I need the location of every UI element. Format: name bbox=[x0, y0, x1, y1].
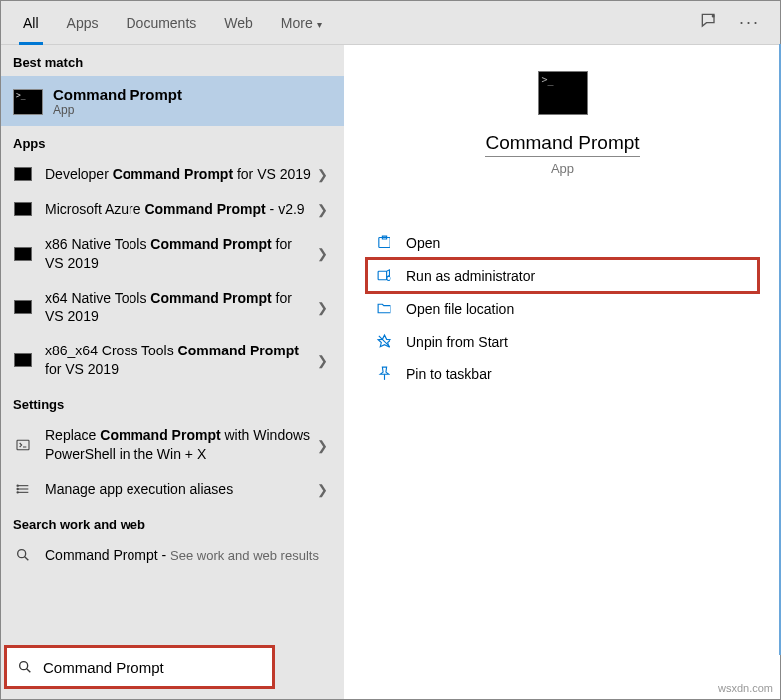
section-best-match: Best match bbox=[1, 45, 344, 76]
admin-icon bbox=[373, 267, 394, 284]
best-match-subtitle: App bbox=[53, 103, 182, 117]
action-folder[interactable]: Open file location bbox=[367, 292, 758, 325]
feedback-icon[interactable] bbox=[699, 11, 719, 35]
section-apps: Apps bbox=[1, 126, 344, 157]
apps-result-item[interactable]: Microsoft Azure Command Prompt - v2.9 ❯ bbox=[1, 192, 344, 227]
svg-point-15 bbox=[20, 662, 28, 670]
settings-result-item[interactable]: Manage app execution aliases ❯ bbox=[1, 472, 344, 507]
open-icon bbox=[373, 234, 394, 251]
more-options-icon[interactable]: ··· bbox=[739, 12, 760, 33]
web-result-text: Command Prompt - See work and web result… bbox=[45, 546, 332, 565]
action-admin[interactable]: Run as administrator bbox=[367, 259, 758, 292]
command-prompt-icon bbox=[13, 246, 33, 262]
apps-result-item[interactable]: Developer Command Prompt for VS 2019 ❯ bbox=[1, 157, 344, 192]
result-text: x86_x64 Cross Tools Command Prompt for V… bbox=[45, 342, 313, 379]
tab-all[interactable]: All bbox=[9, 1, 53, 45]
chevron-right-icon[interactable]: ❯ bbox=[313, 482, 332, 497]
best-match-title: Command Prompt bbox=[53, 86, 182, 103]
apps-result-item[interactable]: x86_x64 Cross Tools Command Prompt for V… bbox=[1, 334, 344, 387]
preview-subtitle: App bbox=[551, 161, 574, 176]
chevron-down-icon: ▾ bbox=[317, 19, 322, 30]
unpin-icon bbox=[373, 333, 394, 350]
tab-apps[interactable]: Apps bbox=[53, 1, 113, 45]
action-label: Run as administrator bbox=[406, 268, 535, 284]
command-prompt-icon bbox=[13, 89, 43, 115]
svg-line-16 bbox=[27, 669, 31, 673]
action-pin[interactable]: Pin to taskbar bbox=[367, 357, 758, 390]
action-open[interactable]: Open bbox=[367, 226, 758, 259]
search-icon bbox=[17, 659, 33, 675]
svg-rect-1 bbox=[17, 440, 29, 449]
result-text: x64 Native Tools Command Prompt for VS 2… bbox=[45, 289, 313, 327]
command-prompt-icon bbox=[13, 166, 33, 182]
apps-result-item[interactable]: x64 Native Tools Command Prompt for VS 2… bbox=[1, 281, 344, 335]
command-prompt-icon bbox=[13, 299, 33, 315]
svg-point-8 bbox=[18, 550, 26, 558]
svg-line-9 bbox=[25, 557, 29, 561]
tab-web[interactable]: Web bbox=[210, 1, 267, 45]
result-text: Manage app execution aliases bbox=[45, 480, 313, 499]
action-label: Open file location bbox=[406, 301, 514, 317]
preview-title[interactable]: Command Prompt bbox=[485, 132, 639, 157]
action-label: Unpin from Start bbox=[406, 334, 508, 350]
search-box[interactable] bbox=[4, 645, 275, 689]
result-text: Developer Command Prompt for VS 2019 bbox=[45, 165, 313, 184]
chevron-right-icon[interactable]: ❯ bbox=[313, 353, 332, 368]
result-text: x86 Native Tools Command Prompt for VS 2… bbox=[45, 235, 313, 273]
preview-panel: Command Prompt App OpenRun as administra… bbox=[344, 45, 780, 699]
action-unpin[interactable]: Unpin from Start bbox=[367, 325, 758, 357]
watermark: wsxdn.com bbox=[718, 682, 773, 694]
command-prompt-icon bbox=[13, 201, 33, 217]
settings-result-item[interactable]: Replace Command Prompt with Windows Powe… bbox=[1, 418, 344, 472]
powershell-icon bbox=[13, 437, 33, 453]
svg-point-0 bbox=[712, 15, 714, 17]
tab-more[interactable]: More▾ bbox=[267, 1, 336, 45]
chevron-right-icon[interactable]: ❯ bbox=[313, 202, 332, 217]
result-text: Replace Command Prompt with Windows Powe… bbox=[45, 426, 313, 464]
result-text: Microsoft Azure Command Prompt - v2.9 bbox=[45, 200, 313, 219]
filter-tabs: All Apps Documents Web More▾ ··· bbox=[1, 1, 780, 45]
search-input[interactable] bbox=[43, 659, 262, 676]
apps-result-item[interactable]: x86 Native Tools Command Prompt for VS 2… bbox=[1, 227, 344, 281]
search-icon bbox=[13, 547, 33, 563]
chevron-right-icon[interactable]: ❯ bbox=[313, 246, 332, 261]
aliases-icon bbox=[13, 481, 33, 497]
chevron-right-icon[interactable]: ❯ bbox=[313, 300, 332, 315]
web-result-item[interactable]: Command Prompt - See work and web result… bbox=[1, 538, 344, 573]
tab-documents[interactable]: Documents bbox=[112, 1, 210, 45]
pin-icon bbox=[373, 365, 394, 382]
preview-app-icon bbox=[538, 71, 588, 115]
action-label: Open bbox=[406, 235, 440, 251]
folder-icon bbox=[373, 300, 394, 317]
chevron-right-icon[interactable]: ❯ bbox=[313, 438, 332, 453]
svg-point-12 bbox=[386, 276, 390, 280]
action-label: Pin to taskbar bbox=[406, 366, 492, 382]
command-prompt-icon bbox=[13, 352, 33, 368]
section-settings: Settings bbox=[1, 387, 344, 418]
svg-rect-11 bbox=[378, 271, 387, 280]
chevron-right-icon[interactable]: ❯ bbox=[313, 167, 332, 182]
results-panel: Best match Command Prompt App Apps Devel… bbox=[1, 45, 344, 699]
best-match-item[interactable]: Command Prompt App bbox=[1, 76, 344, 126]
section-search-web: Search work and web bbox=[1, 507, 344, 538]
